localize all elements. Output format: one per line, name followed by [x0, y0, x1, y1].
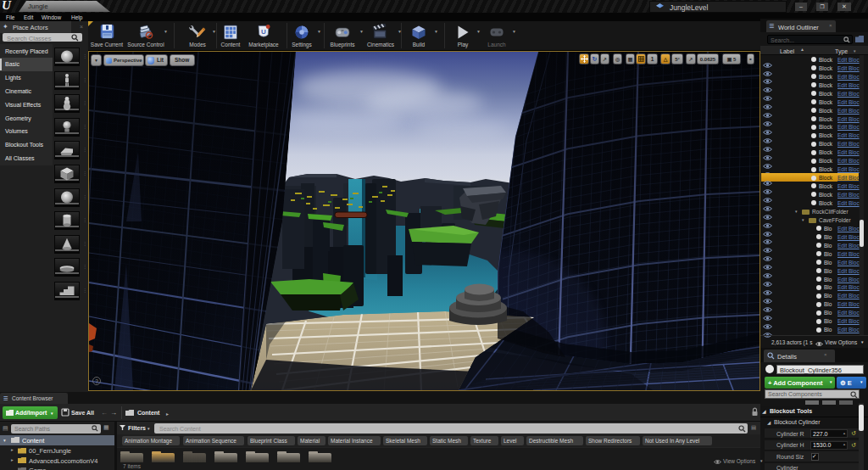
svg-text:U: U [261, 28, 266, 36]
svg-text:?: ? [95, 378, 98, 384]
